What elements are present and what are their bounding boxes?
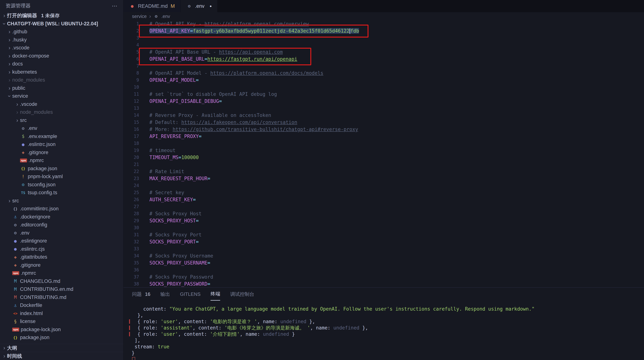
tree-item-github[interactable]: ›.github bbox=[0, 28, 123, 36]
tree-item-tsconfig-json[interactable]: ⚙tsconfig.json bbox=[0, 181, 123, 189]
code-line-18[interactable]: 18 bbox=[124, 140, 644, 147]
code-line-29[interactable]: 29SOCKS_PROXY_HOST= bbox=[124, 217, 644, 224]
unsaved-dot-icon[interactable]: ● bbox=[210, 4, 212, 8]
terminal[interactable]: content: "You are ChatGPT, a large langu… bbox=[124, 301, 644, 360]
tab-env[interactable]: ⚙.env● bbox=[180, 0, 218, 12]
code-line-30[interactable]: 30 bbox=[124, 224, 644, 231]
tree-item-npmrc[interactable]: npm.npmrc bbox=[0, 156, 123, 165]
tree-item-eslintignore[interactable]: ●.eslintignore bbox=[0, 237, 123, 245]
breadcrumb-item-env[interactable]: .env bbox=[161, 14, 170, 19]
code-line-17[interactable]: 17API_REVERSE_PROXY= bbox=[124, 133, 644, 140]
tree-item-env[interactable]: ⚙.env bbox=[0, 124, 123, 132]
code-line-13[interactable]: 13 bbox=[124, 105, 644, 112]
panel-tab-gitlens[interactable]: GITLENS bbox=[180, 288, 200, 301]
tree-item-license[interactable]: §license bbox=[0, 318, 123, 326]
open-editors-section[interactable]: › 打开的编辑器 1 未保存 bbox=[0, 11, 123, 19]
code-line-28[interactable]: 28# Socks Proxy Host bbox=[124, 210, 644, 217]
tree-item-docker-compose[interactable]: ›docker-compose bbox=[0, 52, 123, 60]
panel-tab-[interactable]: 终端 bbox=[210, 288, 220, 301]
code-line-15[interactable]: 15# Default: https://ai.fakeopen.com/api… bbox=[124, 119, 644, 126]
code-line-27[interactable]: 27 bbox=[124, 203, 644, 210]
code-line-12[interactable]: 12OPENAI_API_DISABLE_DEBUG= bbox=[124, 98, 644, 105]
code-line-36[interactable]: 36 bbox=[124, 266, 644, 273]
tree-item-dockerfile[interactable]: ⚓Dockerfile bbox=[0, 301, 123, 310]
panel-tab-[interactable]: 调试控制台 bbox=[230, 288, 254, 301]
code-line-5[interactable]: 5# OpenAI API Base URL - https://api.ope… bbox=[124, 48, 644, 55]
code-line-19[interactable]: 19# timeout bbox=[124, 147, 644, 154]
code-line-7[interactable]: 7 bbox=[124, 62, 644, 69]
code-line-24[interactable]: 24 bbox=[124, 182, 644, 189]
code-line-4[interactable]: 4 bbox=[124, 41, 644, 48]
tree-item-src[interactable]: ›src bbox=[0, 197, 123, 205]
code-line-1[interactable]: 1# OpenAI API Key - https://platform.ope… bbox=[124, 20, 644, 27]
code-line-26[interactable]: 26AUTH_SECRET_KEY= bbox=[124, 196, 644, 203]
code-line-11[interactable]: 11# set `true` to disable OpenAI API deb… bbox=[124, 91, 644, 98]
tree-item-public[interactable]: ›public bbox=[0, 84, 123, 92]
code-line-16[interactable]: 16# More: https://github.com/transitive-… bbox=[124, 126, 644, 133]
tree-item-docs[interactable]: ›docs bbox=[0, 60, 123, 68]
tree-item-env-example[interactable]: $.env.example bbox=[0, 132, 123, 141]
timeline-section[interactable]: › 时间线 bbox=[0, 352, 123, 360]
code-line-35[interactable]: 35SOCKS_PROXY_USERNAME= bbox=[124, 259, 644, 266]
tree-item-package-lock-json[interactable]: npmpackage-lock.json bbox=[0, 326, 123, 334]
panel-tab-label: GITLENS bbox=[180, 291, 200, 297]
code-line-14[interactable]: 14# Reverse Proxy - Available on accessT… bbox=[124, 112, 644, 119]
tree-item-env[interactable]: ⚙.env bbox=[0, 229, 123, 237]
tree-item-dockerignore[interactable]: ⚓.dockerignore bbox=[0, 213, 123, 221]
code-line-34[interactable]: 34# Socks Proxy Username bbox=[124, 252, 644, 259]
tree-item-husky[interactable]: ›.husky bbox=[0, 36, 123, 44]
code-line-22[interactable]: 22# Rate Limit bbox=[124, 168, 644, 175]
code-line-31[interactable]: 31# Socks Proxy Port bbox=[124, 231, 644, 238]
outline-section[interactable]: › 大纲 bbox=[0, 344, 123, 352]
tree-item-vscode[interactable]: ›.vscode bbox=[0, 100, 123, 108]
code-line-9[interactable]: 9OPENAI_API_MODEL= bbox=[124, 77, 644, 84]
code-line-3[interactable]: 3 bbox=[124, 34, 644, 41]
line-number: 16 bbox=[124, 126, 139, 133]
tree-item-editorconfig[interactable]: ⚙.editorconfig bbox=[0, 221, 123, 229]
tree-item-npmrc[interactable]: npm.npmrc bbox=[0, 269, 123, 277]
tree-item-kubernetes[interactable]: ›kubernetes bbox=[0, 68, 123, 76]
code-line-20[interactable]: 20TIMEOUT_MS=100000 bbox=[124, 154, 644, 161]
panel-tab-[interactable]: 问题16 bbox=[132, 288, 150, 301]
selection-highlight: OPENAI_API_KEY=fastgpt-y6b3axfbdd5wyp011… bbox=[150, 28, 359, 34]
code-line-2[interactable]: 2OPENAI_API_KEY=fastgpt-y6b3axfbdd5wyp01… bbox=[124, 27, 644, 34]
code-line-23[interactable]: 23MAX_REQUEST_PER_HOUR= bbox=[124, 175, 644, 182]
tree-item-gitattributes[interactable]: ◆.gitattributes bbox=[0, 253, 123, 261]
tree-item-eslintrc-cjs[interactable]: ●.eslintrc.cjs bbox=[0, 245, 123, 253]
tree-item-contributing-en-md[interactable]: MCONTRIBUTING.en.md bbox=[0, 285, 123, 293]
code-line-32[interactable]: 32SOCKS_PROXY_PORT= bbox=[124, 238, 644, 245]
line-number: 18 bbox=[124, 140, 139, 147]
tree-item-commitlintrc-json[interactable]: {}.commitlintrc.json bbox=[0, 205, 123, 213]
code-line-21[interactable]: 21 bbox=[124, 161, 644, 168]
tree-item-pnpm-lock-yaml[interactable]: !pnpm-lock.yaml bbox=[0, 173, 123, 181]
tree-item-tsup-config-ts[interactable]: TStsup.config.ts bbox=[0, 189, 123, 197]
tree-item-node-modules[interactable]: ›node_modules bbox=[0, 108, 123, 116]
code-line-38[interactable]: 38SOCKS_PROXY_PASSWORD= bbox=[124, 281, 644, 287]
tree-item-src[interactable]: ›src bbox=[0, 116, 123, 124]
tree-item-gitignore[interactable]: ◆.gitignore bbox=[0, 261, 123, 269]
tree-item-service[interactable]: ›service bbox=[0, 92, 123, 100]
item-label: .env bbox=[20, 230, 30, 236]
tab-readme-md[interactable]: ●README.mdM bbox=[124, 0, 180, 12]
tree-item-vscode[interactable]: ›.vscode bbox=[0, 44, 123, 52]
code-line-10[interactable]: 10 bbox=[124, 84, 644, 91]
tree-item-index-html[interactable]: <>index.html bbox=[0, 310, 123, 318]
tree-item-node-modules[interactable]: ›node_modules bbox=[0, 76, 123, 84]
tree-item-package-json[interactable]: {}package.json bbox=[0, 334, 123, 342]
tree-item-contributing-md[interactable]: MCONTRIBUTING.md bbox=[0, 293, 123, 302]
tree-item-eslintrc-json[interactable]: ●.eslintrc.json bbox=[0, 140, 123, 149]
tree-item-changelog-md[interactable]: MCHANGELOG.md bbox=[0, 277, 123, 286]
root-folder-row[interactable]: › CHATGPT-WEB [WSL: UBUNTU-22.04] bbox=[0, 19, 123, 28]
tree-item-package-json[interactable]: {}package.json bbox=[0, 165, 123, 173]
code-line-25[interactable]: 25# Secret key bbox=[124, 189, 644, 196]
code-line-37[interactable]: 37# Socks Proxy Password bbox=[124, 273, 644, 281]
tree-item-gitignore[interactable]: ◆.gitignore bbox=[0, 149, 123, 157]
panel-tab-[interactable]: 输出 bbox=[160, 288, 170, 301]
chevron-right-icon: › bbox=[7, 61, 12, 67]
code-line-6[interactable]: 6OPENAI_API_BASE_URL=https://fastgpt.run… bbox=[124, 55, 644, 62]
code-line-33[interactable]: 33 bbox=[124, 245, 644, 252]
editor[interactable]: 1# OpenAI API Key - https://platform.ope… bbox=[124, 20, 644, 287]
code-line-8[interactable]: 8# OpenAI API Model - https://platform.o… bbox=[124, 69, 644, 77]
breadcrumb-item-service[interactable]: service bbox=[132, 14, 147, 19]
more-actions-icon[interactable]: ⋯ bbox=[112, 2, 118, 9]
